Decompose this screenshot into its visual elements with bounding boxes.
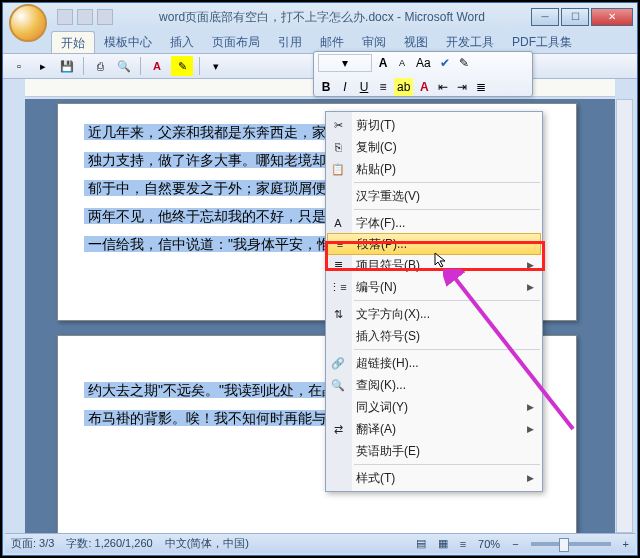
menu-item-label: 粘贴(P)	[356, 161, 396, 178]
tab-reference[interactable]: 引用	[269, 31, 311, 53]
context-menu-item[interactable]: 同义词(Y)▶	[326, 396, 542, 418]
font-family-dropdown[interactable]: ▾	[318, 54, 372, 72]
zoom-level[interactable]: 70%	[478, 538, 500, 550]
submenu-arrow-icon: ▶	[527, 282, 534, 292]
menu-item-icon: ✂	[330, 117, 346, 133]
view-web-icon[interactable]: ▦	[438, 537, 448, 550]
font-color-icon[interactable]: A	[147, 56, 167, 76]
menu-item-label: 查阅(K)...	[356, 377, 406, 394]
bullets-icon[interactable]: ≣	[473, 78, 489, 96]
context-menu: ✂剪切(T)⎘复制(C)📋粘贴(P)汉字重选(V)A字体(F)...≡段落(P)…	[325, 111, 543, 492]
selected-text[interactable]: 独力支持，做了许多大事。哪知老境却如	[84, 152, 344, 168]
submenu-arrow-icon: ▶	[527, 260, 534, 270]
tab-layout[interactable]: 页面布局	[203, 31, 269, 53]
menu-item-label: 编号(N)	[356, 279, 397, 296]
open-icon[interactable]: ▸	[33, 56, 53, 76]
menu-item-label: 样式(T)	[356, 470, 395, 487]
qat-redo-icon[interactable]	[97, 9, 113, 25]
highlight-color-icon[interactable]: ab	[394, 78, 413, 96]
context-menu-item[interactable]: ⋮≡编号(N)▶	[326, 276, 542, 298]
selected-text[interactable]: 一信给我，信中说道："我身体平安，惟	[84, 236, 335, 252]
format-painter-icon[interactable]: ✎	[456, 54, 472, 72]
tab-insert[interactable]: 插入	[161, 31, 203, 53]
save-icon[interactable]: 💾	[57, 56, 77, 76]
tab-view[interactable]: 视图	[395, 31, 437, 53]
italic-icon[interactable]: I	[337, 78, 353, 96]
context-menu-item[interactable]: 插入符号(S)	[326, 325, 542, 347]
context-menu-item[interactable]: 📋粘贴(P)	[326, 158, 542, 180]
new-icon[interactable]: ▫	[9, 56, 29, 76]
preview-icon[interactable]: 🔍	[114, 56, 134, 76]
highlight-icon[interactable]: ✎	[171, 56, 193, 76]
context-menu-item[interactable]: ≡段落(P)...	[327, 233, 541, 255]
menu-item-icon: ⋮≡	[330, 279, 346, 295]
tab-dev[interactable]: 开发工具	[437, 31, 503, 53]
tab-review[interactable]: 审阅	[353, 31, 395, 53]
menu-item-label: 字体(F)...	[356, 215, 405, 232]
page-indicator[interactable]: 页面: 3/3	[11, 536, 54, 551]
tab-mail[interactable]: 邮件	[311, 31, 353, 53]
view-print-icon[interactable]: ▤	[416, 537, 426, 550]
zoom-slider[interactable]	[531, 542, 611, 546]
center-align-icon[interactable]: ≡	[375, 78, 391, 96]
bold-icon[interactable]: B	[318, 78, 334, 96]
selected-text[interactable]: 两年不见，他终于忘却我的不好，只是惦	[84, 208, 344, 224]
menu-item-label: 汉字重选(V)	[356, 188, 420, 205]
selected-text[interactable]: 近几年来，父亲和我都是东奔西走，家	[84, 124, 330, 140]
qat-undo-icon[interactable]	[77, 9, 93, 25]
menu-item-icon: 🔗	[330, 355, 346, 371]
underline-icon[interactable]: U	[356, 78, 372, 96]
shrink-font-icon[interactable]: A	[394, 54, 410, 72]
context-menu-item[interactable]: 英语助手(E)	[326, 440, 542, 462]
grow-font-icon[interactable]: A	[375, 54, 391, 72]
menu-item-label: 复制(C)	[356, 139, 397, 156]
paste-icon[interactable]: ▾	[206, 56, 226, 76]
context-menu-item[interactable]: ⇄翻译(A)▶	[326, 418, 542, 440]
context-menu-item[interactable]: A字体(F)...	[326, 212, 542, 234]
change-case-icon[interactable]: Aa	[413, 54, 434, 72]
tab-template[interactable]: 模板中心	[95, 31, 161, 53]
office-button[interactable]	[9, 4, 47, 42]
context-menu-item[interactable]: 汉字重选(V)	[326, 185, 542, 207]
zoom-in-button[interactable]: +	[623, 538, 629, 550]
qat-save-icon[interactable]	[57, 9, 73, 25]
view-outline-icon[interactable]: ≡	[460, 538, 466, 550]
language-indicator[interactable]: 中文(简体，中国)	[165, 536, 249, 551]
context-menu-item[interactable]: ≣项目符号(B)▶	[326, 254, 542, 276]
menu-item-label: 剪切(T)	[356, 117, 395, 134]
context-menu-item[interactable]: 样式(T)▶	[326, 467, 542, 489]
vertical-scrollbar[interactable]	[616, 99, 633, 533]
menu-item-icon: 🔍	[330, 377, 346, 393]
font-color-icon[interactable]: A	[416, 78, 432, 96]
menu-item-icon: ⇅	[330, 306, 346, 322]
print-icon[interactable]: ⎙	[90, 56, 110, 76]
increase-indent-icon[interactable]: ⇥	[454, 78, 470, 96]
menu-item-icon: ≡	[332, 236, 348, 252]
submenu-arrow-icon: ▶	[527, 473, 534, 483]
app-window: word页面底部有空白，打不上字怎么办.docx - Microsoft Wor…	[2, 2, 638, 556]
decrease-indent-icon[interactable]: ⇤	[435, 78, 451, 96]
menu-item-icon	[330, 443, 346, 459]
submenu-arrow-icon: ▶	[527, 424, 534, 434]
maximize-button[interactable]: ☐	[561, 8, 589, 26]
minimize-button[interactable]: ─	[531, 8, 559, 26]
close-button[interactable]: ✕	[591, 8, 633, 26]
context-menu-item[interactable]: ⇅文字方向(X)...	[326, 303, 542, 325]
context-menu-item[interactable]: 🔍查阅(K)...	[326, 374, 542, 396]
styles-icon[interactable]: ✔	[437, 54, 453, 72]
context-menu-item[interactable]: ✂剪切(T)	[326, 114, 542, 136]
menu-item-label: 插入符号(S)	[356, 328, 420, 345]
context-menu-item[interactable]: ⎘复制(C)	[326, 136, 542, 158]
context-menu-item[interactable]: 🔗超链接(H)...	[326, 352, 542, 374]
zoom-out-button[interactable]: −	[512, 538, 518, 550]
selected-text[interactable]: 郁于中，自然要发之于外；家庭琐屑便往	[84, 180, 344, 196]
tab-home[interactable]: 开始	[51, 31, 95, 53]
word-count[interactable]: 字数: 1,260/1,260	[66, 536, 152, 551]
menu-item-icon	[330, 328, 346, 344]
menu-item-icon: 📋	[330, 161, 346, 177]
selected-text[interactable]: 布马褂的背影。唉！我不知何时再能与他	[84, 410, 344, 426]
tab-pdf[interactable]: PDF工具集	[503, 31, 581, 53]
menu-item-label: 同义词(Y)	[356, 399, 408, 416]
selected-text[interactable]: 约大去之期"不远矣。"我读到此处，在晶	[84, 382, 340, 398]
submenu-arrow-icon: ▶	[527, 402, 534, 412]
